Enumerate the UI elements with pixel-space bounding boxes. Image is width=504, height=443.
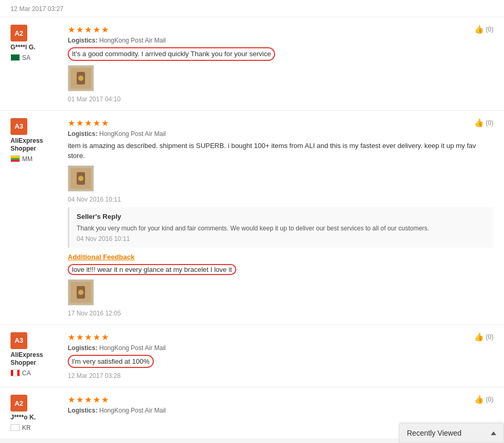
star: ★ xyxy=(93,25,100,35)
star: ★ xyxy=(101,332,109,342)
star: ★ xyxy=(85,332,92,342)
highlighted-text-1: It's a good commodity. I arrived quickly… xyxy=(68,47,275,61)
avatar-1: A2 xyxy=(10,25,27,41)
logistics-4: Logistics: HongKong Post Air Mail xyxy=(68,407,494,414)
star: ★ xyxy=(93,395,100,405)
recently-viewed-bar[interactable]: Recently Viewed xyxy=(399,423,504,439)
chevron-up-icon xyxy=(491,431,496,435)
review-image-2 xyxy=(68,165,94,192)
additional-feedback-image xyxy=(68,279,94,305)
svg-point-8 xyxy=(78,290,83,295)
star: ★ xyxy=(101,118,109,128)
reviewer-flag-3: CA xyxy=(10,370,60,377)
thumbs-up-icon-2: 👍 xyxy=(474,118,484,128)
reviewer-left-1: A2 G****l G. SA xyxy=(10,25,60,103)
flag-icon-3 xyxy=(10,370,20,376)
top-date: 12 Mar 2017 03:27 xyxy=(0,0,504,17)
additional-feedback-date: 17 Nov 2016 12:05 xyxy=(68,310,494,317)
star: ★ xyxy=(68,395,75,405)
reviewer-flag-1: SA xyxy=(10,54,60,61)
review-text-2: item is amazing as described. shipment i… xyxy=(68,141,494,161)
review-text-1: It's a good commodity. I arrived quickly… xyxy=(68,47,494,61)
reviewer-flag-4: KR xyxy=(10,424,60,431)
flag-icon-1 xyxy=(10,54,20,61)
star: ★ xyxy=(76,332,83,342)
review-date-3: 12 Mar 2017 03:28 xyxy=(68,372,494,379)
sellers-reply-text: Thank you very much for your kind and fa… xyxy=(77,224,486,233)
star: ★ xyxy=(76,25,83,35)
thumbs-up-icon-3: 👍 xyxy=(474,332,484,342)
sellers-reply-2: Seller's Reply Thank you very much for y… xyxy=(68,207,494,248)
star: ★ xyxy=(76,395,83,405)
stars-4: ★ ★ ★ ★ ★ xyxy=(68,395,494,405)
reviewer-left-2: A3 AliExpress Shopper MM xyxy=(10,118,60,317)
sellers-reply-date: 04 Nov 2016 10:11 xyxy=(77,235,486,242)
review-date-2: 04 Nov 2016 10:11 xyxy=(68,196,494,203)
reviewer-name-3: AliExpress Shopper xyxy=(10,351,60,367)
flag-icon-2 xyxy=(10,155,20,162)
product-thumb-svg-3 xyxy=(70,282,91,303)
star: ★ xyxy=(85,25,92,35)
reviewer-name-4: J****o K. xyxy=(10,414,60,422)
reviewer-left-4: A2 J****o K. KR xyxy=(10,395,60,431)
star: ★ xyxy=(93,118,100,128)
svg-point-2 xyxy=(78,76,83,81)
stars-2: ★ ★ ★ ★ ★ xyxy=(68,118,494,128)
additional-feedback-label: Additional Feedback xyxy=(68,253,494,261)
helpful-btn-3[interactable]: 👍 (0) xyxy=(474,332,494,342)
review-image-1 xyxy=(68,65,94,91)
helpful-btn-4[interactable]: 👍 (0) xyxy=(474,395,494,404)
star: ★ xyxy=(68,118,75,128)
stars-3: ★ ★ ★ ★ ★ xyxy=(68,332,494,342)
product-thumb-svg-2 xyxy=(70,168,91,189)
review-right-1: ★ ★ ★ ★ ★ Logistics: HongKong Post Air M… xyxy=(68,25,494,103)
reviewer-flag-2: MM xyxy=(10,155,60,163)
reviewer-name-2: AliExpress Shopper xyxy=(10,137,60,153)
review-row-2: A3 AliExpress Shopper MM ★ ★ ★ ★ ★ Logis… xyxy=(0,111,504,325)
recently-viewed-label: Recently Viewed xyxy=(407,429,461,437)
helpful-btn-2[interactable]: 👍 (0) xyxy=(474,118,494,128)
review-date-1: 01 Mar 2017 04:10 xyxy=(68,96,494,103)
star: ★ xyxy=(85,395,92,405)
thumbs-up-icon-4: 👍 xyxy=(474,395,484,404)
svg-point-5 xyxy=(78,176,83,181)
helpful-btn-1[interactable]: 👍 (0) xyxy=(474,25,494,34)
additional-feedback-text: love it!!! wear it n every glance at my … xyxy=(68,264,494,275)
additional-feedback-highlighted: love it!!! wear it n every glance at my … xyxy=(68,264,236,275)
review-row-3: A3 AliExpress Shopper CA ★ ★ ★ ★ ★ Logis… xyxy=(0,325,504,388)
star: ★ xyxy=(85,118,92,128)
thumbs-up-icon-1: 👍 xyxy=(474,25,484,34)
star: ★ xyxy=(101,395,109,405)
logistics-3: Logistics: HongKong Post Air Mail xyxy=(68,344,494,352)
logistics-2: Logistics: HongKong Post Air Mail xyxy=(68,130,494,138)
avatar-4: A2 xyxy=(10,395,27,412)
star: ★ xyxy=(76,118,83,128)
star: ★ xyxy=(68,25,75,35)
page-wrapper: 12 Mar 2017 03:27 A2 G****l G. SA ★ ★ ★ … xyxy=(0,0,504,439)
avatar-3: A3 xyxy=(10,332,27,349)
stars-1: ★ ★ ★ ★ ★ xyxy=(68,25,494,35)
highlighted-text-3: I'm very satisfied at 100% xyxy=(68,355,154,368)
flag-icon-4 xyxy=(10,424,20,431)
reviewer-name-1: G****l G. xyxy=(10,44,60,52)
star: ★ xyxy=(101,25,109,35)
star: ★ xyxy=(93,332,100,342)
avatar-2: A3 xyxy=(10,118,27,135)
logistics-1: Logistics: HongKong Post Air Mail xyxy=(68,37,494,44)
reviewer-left-3: A3 AliExpress Shopper CA xyxy=(10,332,60,380)
star: ★ xyxy=(68,332,75,342)
review-right-2: ★ ★ ★ ★ ★ Logistics: HongKong Post Air M… xyxy=(68,118,494,317)
review-row-1: A2 G****l G. SA ★ ★ ★ ★ ★ Logistics: xyxy=(0,17,504,111)
sellers-reply-title: Seller's Reply xyxy=(77,213,486,220)
review-right-3: ★ ★ ★ ★ ★ Logistics: HongKong Post Air M… xyxy=(68,332,494,380)
review-text-3: I'm very satisfied at 100% xyxy=(68,355,494,368)
product-thumb-svg-1 xyxy=(70,68,91,89)
